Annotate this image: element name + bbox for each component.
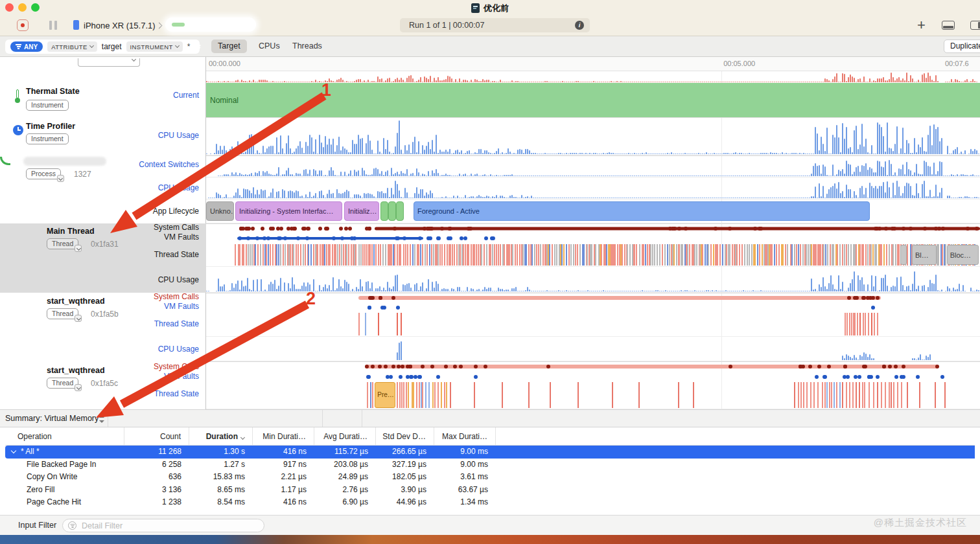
track-thermal-state[interactable]: Thermal State Instrument bbox=[0, 83, 206, 117]
thread-badge[interactable]: Thread bbox=[47, 238, 78, 249]
lane-label-context-switches[interactable]: Context Switches bbox=[139, 160, 199, 169]
filter-scope-pill[interactable]: ANY bbox=[10, 41, 43, 52]
column-header-max-duration[interactable]: Max Durati… bbox=[434, 427, 496, 445]
summary-table-row[interactable]: File Backed Page In6 2581.27 s917 ns203.… bbox=[5, 459, 975, 471]
timeline-ruler[interactable]: 00:00.000 00:05.000 00:07.6 bbox=[206, 57, 980, 71]
lane-label-vm-faults[interactable]: VM Faults bbox=[164, 232, 199, 242]
blocked-segment[interactable] bbox=[900, 245, 907, 265]
wq1-thread-state-lane[interactable] bbox=[206, 312, 980, 337]
thread-badge[interactable]: Thread bbox=[47, 378, 78, 389]
lane-label-system-calls[interactable]: System Calls bbox=[154, 292, 199, 301]
record-icon bbox=[21, 23, 25, 27]
main-system-calls-lane[interactable] bbox=[206, 223, 980, 233]
time-profiler-cpu-lane[interactable] bbox=[206, 117, 980, 155]
lane-label-vm-faults[interactable]: VM Faults bbox=[164, 372, 199, 381]
overview-histogram[interactable] bbox=[206, 71, 980, 83]
column-header-duration[interactable]: Duration bbox=[189, 427, 253, 445]
lane-label-thread-state[interactable]: Thread State bbox=[154, 319, 199, 328]
instrument-token[interactable]: INSTRUMENT bbox=[126, 41, 183, 52]
lifecycle-segment[interactable]: Unkno… bbox=[206, 201, 234, 221]
lifecycle-segment[interactable] bbox=[380, 201, 388, 221]
filter-icon bbox=[68, 521, 76, 530]
track-divider bbox=[206, 361, 980, 362]
context-switches-lane[interactable] bbox=[206, 155, 980, 177]
lane-label-thread-state[interactable]: Thread State bbox=[154, 250, 199, 259]
clock-icon bbox=[13, 125, 23, 135]
column-header-std-dev[interactable]: Std Dev D… bbox=[376, 427, 434, 445]
summary-title[interactable]: Summary: Virtual Memory bbox=[5, 414, 99, 423]
track-filter-field[interactable]: ANY ATTRIBUTE target INSTRUMENT * bbox=[5, 40, 200, 54]
target-token[interactable]: target bbox=[102, 42, 122, 51]
divider bbox=[362, 410, 362, 427]
lane-label-app-lifecycle[interactable]: App Lifecycle bbox=[153, 207, 199, 216]
lifecycle-segment[interactable]: Foreground - Active bbox=[414, 201, 870, 221]
timeline[interactable]: 00:00.000 00:05.000 00:07.6 Nominal Unkn… bbox=[206, 57, 980, 409]
column-header-min-duration[interactable]: Min Durati… bbox=[253, 427, 314, 445]
lane-label-cpu-usage[interactable]: CPU Usage bbox=[158, 131, 199, 140]
chevron-down-icon bbox=[89, 43, 94, 48]
tab-threads[interactable]: Threads bbox=[286, 40, 329, 53]
lifecycle-segment[interactable] bbox=[396, 201, 404, 221]
lane-label-current[interactable]: Current bbox=[173, 91, 199, 100]
summary-jump-bar[interactable]: Summary: Virtual Memory bbox=[0, 409, 980, 427]
lane-label-cpu-usage[interactable]: CPU Usage bbox=[158, 345, 199, 354]
summary-table-header: Operation Count Duration Min Durati… Avg… bbox=[5, 427, 975, 446]
info-icon[interactable]: i bbox=[575, 21, 584, 30]
add-instrument-button[interactable]: + bbox=[917, 17, 926, 34]
chevron-down-icon bbox=[75, 384, 82, 391]
device-selector[interactable]: iPhone XR (15.7.1) bbox=[84, 21, 156, 30]
track-divider bbox=[206, 223, 980, 224]
lane-label-thread-state[interactable]: Thread State bbox=[154, 389, 199, 398]
ruler-tick: 00:07.6 bbox=[945, 60, 969, 67]
lane-label-cpu-usage[interactable]: CPU Usage bbox=[158, 183, 199, 192]
main-vm-faults-lane[interactable] bbox=[206, 233, 980, 244]
thermal-nominal-band[interactable]: Nominal bbox=[206, 83, 980, 117]
process-cpu-lane[interactable] bbox=[206, 177, 980, 199]
column-header-count[interactable]: Count bbox=[124, 427, 189, 445]
preempted-segment[interactable]: Pre… bbox=[375, 382, 395, 408]
summary-table-row[interactable]: Page Cache Hit1 2388.54 ms416 ns6.90 µs4… bbox=[5, 496, 975, 509]
lane-label-cpu-usage[interactable]: CPU Usage bbox=[158, 275, 199, 284]
lifecycle-segment[interactable] bbox=[388, 201, 396, 221]
record-button[interactable] bbox=[17, 19, 29, 31]
column-header-avg-duration[interactable]: Avg Durati… bbox=[314, 427, 376, 445]
lane-label-vm-faults[interactable]: VM Faults bbox=[164, 302, 199, 311]
wq1-cpu-lane[interactable] bbox=[206, 337, 980, 361]
summary-table-row[interactable]: Copy On Write63615.83 ms2.21 µs24.89 µs1… bbox=[5, 471, 975, 484]
wq2-thread-state-lane[interactable]: Pre… bbox=[206, 381, 980, 409]
lifecycle-segment[interactable]: Initializ… bbox=[344, 201, 379, 221]
process-badge[interactable]: Process bbox=[26, 168, 61, 179]
pause-button[interactable] bbox=[49, 21, 58, 30]
nominal-label: Nominal bbox=[210, 96, 239, 105]
blocked-segment[interactable]: Bl… bbox=[912, 245, 937, 265]
run-indicator[interactable]: Run 1 of 1 | 00:00:07 i bbox=[400, 18, 590, 32]
summary-table-row[interactable]: * All *11 2681.30 s416 ns115.72 µs266.65… bbox=[5, 446, 975, 459]
main-thread-state-lane[interactable]: Bl…Bloc… bbox=[206, 244, 980, 267]
tab-target[interactable]: Target bbox=[211, 40, 247, 53]
detail-filter-input[interactable] bbox=[80, 521, 259, 531]
thread-badge[interactable]: Thread bbox=[47, 308, 78, 319]
duplicate-button[interactable]: Duplicate bbox=[944, 40, 980, 53]
truncated-dropdown[interactable] bbox=[78, 58, 140, 67]
wq1-system-calls-lane[interactable] bbox=[206, 293, 980, 302]
track-divider bbox=[206, 155, 980, 156]
column-header-operation[interactable]: Operation bbox=[5, 427, 124, 445]
input-filter-label: Input Filter bbox=[18, 521, 56, 530]
thermometer-icon bbox=[14, 89, 21, 103]
lane-label-system-calls[interactable]: System Calls bbox=[154, 223, 199, 232]
app-lifecycle-lane[interactable]: Unkno…Initializing - System Interfac…Ini… bbox=[206, 199, 980, 223]
main-cpu-lane[interactable] bbox=[206, 267, 980, 293]
summary-table-row[interactable]: Zero Fill3 1368.65 ms1.17 µs2.76 µs3.90 … bbox=[5, 484, 975, 497]
toggle-right-panel-button[interactable] bbox=[970, 21, 980, 30]
detail-filter-field[interactable] bbox=[62, 519, 264, 532]
tab-cpus[interactable]: CPUs bbox=[252, 40, 286, 53]
ruler-tick: 00:05.000 bbox=[723, 60, 755, 67]
attribute-token[interactable]: ATTRIBUTE bbox=[47, 41, 97, 52]
wq2-vm-faults-lane[interactable] bbox=[206, 372, 980, 381]
blocked-segment[interactable]: Bloc… bbox=[947, 245, 979, 265]
lifecycle-segment[interactable]: Initializing - System Interfac… bbox=[235, 201, 342, 221]
toggle-bottom-panel-button[interactable] bbox=[942, 21, 955, 30]
wq2-system-calls-lane[interactable] bbox=[206, 361, 980, 372]
lane-label-system-calls[interactable]: System Calls bbox=[154, 362, 199, 371]
wq1-vm-faults-lane[interactable] bbox=[206, 302, 980, 312]
